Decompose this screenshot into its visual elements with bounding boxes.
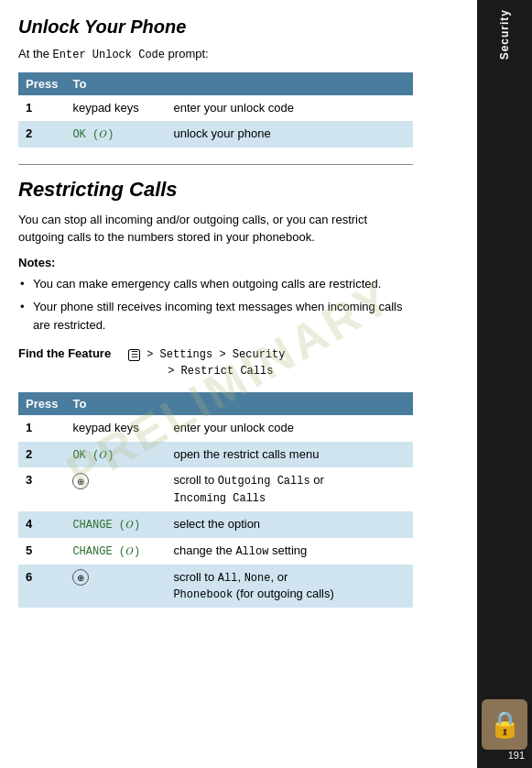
s2r5-press: CHANGE (𝑂) bbox=[65, 538, 166, 565]
s2r2-num: 2 bbox=[18, 442, 65, 468]
row1-num: 1 bbox=[18, 95, 65, 121]
s2r5-to: change the Allow setting bbox=[166, 538, 413, 565]
page-container: PRELIMINARY Unlock Your Phone At the Ent… bbox=[0, 0, 532, 768]
s2r3-num: 3 bbox=[18, 467, 65, 511]
menu-icon: ☰ bbox=[128, 349, 140, 361]
table-row: 5 CHANGE (𝑂) change the Allow setting bbox=[18, 538, 413, 565]
s2-col-to: To bbox=[65, 392, 413, 415]
s2r1-to: enter your unlock code bbox=[166, 415, 413, 441]
s2-col-press: Press bbox=[18, 392, 65, 415]
table-row: 6 ⊕ scroll to All, None, orPhonebook (fo… bbox=[18, 565, 413, 609]
s2r1-num: 1 bbox=[18, 415, 65, 441]
s2r4-num: 4 bbox=[18, 511, 65, 538]
s2r2-to: open the restrict calls menu bbox=[166, 442, 413, 468]
s2r2-press: OK (𝑂) bbox=[65, 442, 166, 468]
section1-intro-code: Enter Unlock Code bbox=[53, 49, 165, 61]
list-item: You can make emergency calls when outgoi… bbox=[18, 275, 413, 293]
row1-to: enter your unlock code bbox=[166, 95, 413, 121]
row2-num: 2 bbox=[18, 121, 65, 148]
row2-to: unlock your phone bbox=[166, 121, 413, 148]
page-number: 191 bbox=[508, 750, 525, 761]
find-feature-row: Find the Feature ☰ > Settings > Security… bbox=[18, 346, 413, 379]
s2r3-press: ⊕ bbox=[65, 467, 166, 511]
section1-table: Press To 1 keypad keys enter your unlock… bbox=[18, 72, 413, 148]
sidebar-label: Security bbox=[498, 9, 511, 60]
s2r4-to: select the option bbox=[166, 511, 413, 538]
section1-intro: At the Enter Unlock Code prompt: bbox=[18, 45, 413, 63]
section1-title: Unlock Your Phone bbox=[18, 16, 413, 38]
row1-press: keypad keys bbox=[65, 95, 166, 121]
s2r6-to: scroll to All, None, orPhonebook (for ou… bbox=[166, 565, 413, 609]
sidebar-icon: 🔒 bbox=[482, 699, 527, 750]
table-row: 3 ⊕ scroll to Outgoing Calls orIncoming … bbox=[18, 467, 413, 511]
table-row: 1 keypad keys enter your unlock code bbox=[18, 95, 413, 121]
row2-press: OK (𝑂) bbox=[65, 121, 166, 148]
table-row: 1 keypad keys enter your unlock code bbox=[18, 415, 413, 441]
section2-title: Restricting Calls bbox=[18, 178, 413, 202]
bullet-list: You can make emergency calls when outgoi… bbox=[18, 275, 413, 335]
main-content: PRELIMINARY Unlock Your Phone At the Ent… bbox=[0, 0, 477, 768]
find-feature-path: ☰ > Settings > Security > Restrict Calls bbox=[128, 346, 285, 379]
section2-table: Press To 1 keypad keys enter your unlock… bbox=[18, 392, 413, 608]
section-divider bbox=[18, 164, 413, 165]
section2-intro: You can stop all incoming and/or outgoin… bbox=[18, 211, 413, 247]
s2r6-num: 6 bbox=[18, 565, 65, 609]
s2r1-press: keypad keys bbox=[65, 415, 166, 441]
lock-icon: 🔒 bbox=[489, 709, 521, 740]
sidebar: Security 🔒 191 bbox=[477, 0, 532, 768]
table-row: 2 OK (𝑂) unlock your phone bbox=[18, 121, 413, 148]
s2r6-press: ⊕ bbox=[65, 565, 166, 609]
section1-col-press: Press bbox=[18, 72, 65, 95]
s2r3-to: scroll to Outgoing Calls orIncoming Call… bbox=[166, 467, 413, 511]
list-item: Your phone still receives incoming text … bbox=[18, 298, 413, 334]
s2r5-num: 5 bbox=[18, 538, 65, 565]
find-feature-label: Find the Feature bbox=[18, 346, 119, 360]
section1-col-to: To bbox=[65, 72, 413, 95]
s2r4-press: CHANGE (𝑂) bbox=[65, 511, 166, 538]
table-row: 2 OK (𝑂) open the restrict calls menu bbox=[18, 442, 413, 468]
notes-label: Notes: bbox=[18, 256, 413, 269]
table-row: 4 CHANGE (𝑂) select the option bbox=[18, 511, 413, 538]
